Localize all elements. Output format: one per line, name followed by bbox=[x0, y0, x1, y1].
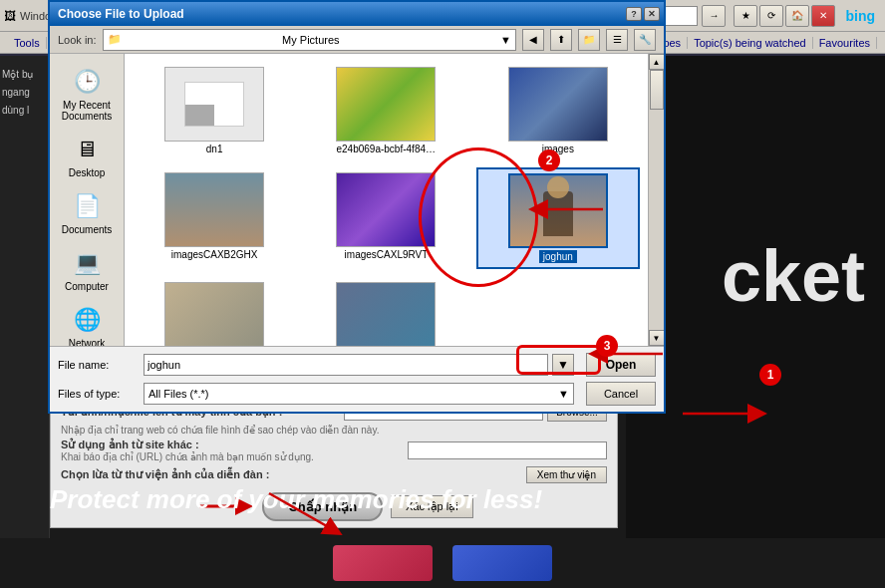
page-text-2: ngang bbox=[2, 84, 47, 102]
favorites-btn[interactable]: ★ bbox=[734, 5, 757, 27]
filename-row: File name: ▼ Open bbox=[58, 353, 656, 377]
filetype-row: Files of type: All Files (*.*) ▼ Cancel bbox=[58, 382, 656, 406]
chevron-down-icon: ▼ bbox=[500, 34, 511, 46]
upload-input-2[interactable] bbox=[408, 441, 607, 459]
sidebar-label-network: Network bbox=[69, 338, 106, 346]
dialog-body: 🕒 My Recent Documents 🖥 Desktop 📄 Docume… bbox=[50, 54, 664, 346]
file-name-dn1: dn1 bbox=[206, 144, 223, 154]
file-thumb-flowers bbox=[336, 67, 436, 142]
filetype-combo[interactable]: All Files (*.*) ▼ bbox=[144, 383, 574, 405]
filename-input[interactable] bbox=[144, 354, 548, 376]
scroll-down-btn[interactable]: ▼ bbox=[649, 330, 665, 346]
sidebar-item-computer[interactable]: 💻 Computer bbox=[53, 243, 121, 296]
dialog-close-btn[interactable]: ✕ bbox=[644, 7, 660, 21]
file-item-flowers[interactable]: e24b069a-bcbf-4f84-8... bbox=[304, 62, 467, 159]
dialog-bottom: File name: ▼ Open Files of type: All Fil… bbox=[50, 346, 664, 412]
scrollbar-track bbox=[649, 70, 665, 330]
annotation-badge-3: 3 bbox=[596, 335, 618, 357]
tools-btn[interactable]: 🔧 bbox=[634, 29, 656, 51]
desktop-icon: 🖥 bbox=[71, 134, 103, 165]
xem-thu-vien-button[interactable]: Xem thư viện bbox=[526, 466, 607, 483]
filetype-value: All Files (*.*) bbox=[148, 388, 209, 400]
file-name-imagesCAXB: imagesCAXB2GHX bbox=[171, 249, 258, 260]
bottom-strip bbox=[0, 538, 885, 588]
home-btn[interactable]: 🏠 bbox=[785, 5, 809, 27]
bottom-img-1 bbox=[333, 545, 433, 581]
titlebar-buttons: ? ✕ bbox=[626, 7, 660, 21]
sidebar-item-desktop[interactable]: 🖥 Desktop bbox=[53, 130, 121, 182]
open-button[interactable]: Open bbox=[586, 353, 656, 377]
documents-icon: 📄 bbox=[71, 190, 103, 222]
tools-menu[interactable]: Tools bbox=[8, 37, 47, 49]
go-button[interactable]: → bbox=[702, 5, 726, 27]
file-thumb-dn1 bbox=[164, 67, 264, 142]
filename-input-area: ▼ bbox=[144, 354, 574, 376]
new-folder-btn[interactable]: 📁 bbox=[578, 29, 600, 51]
sidebar-item-network[interactable]: 🌐 Network bbox=[53, 300, 121, 346]
file-thumb-joghun bbox=[508, 173, 608, 248]
bing-logo: bing bbox=[839, 8, 881, 24]
file-area-container: dn1 e24b069a-bcbf-4f84-8... bbox=[125, 54, 664, 346]
close-ie-btn[interactable]: ✕ bbox=[811, 5, 835, 27]
file-name-joghun: joghun bbox=[539, 250, 577, 263]
bottom-img-2 bbox=[452, 545, 552, 581]
filename-combo-arrow[interactable]: ▼ bbox=[552, 354, 574, 376]
cket-text: cket bbox=[722, 235, 865, 317]
file-area: dn1 e24b069a-bcbf-4f84-8... bbox=[125, 54, 648, 346]
file-thumb-small1 bbox=[164, 282, 264, 346]
promo-text: Protect more of your memories for less! bbox=[50, 484, 747, 515]
file-item-dn1[interactable]: dn1 bbox=[133, 62, 296, 159]
file-upload-dialog: Choose File to Upload ? ✕ Look in: 📁 My … bbox=[48, 0, 666, 414]
left-panel: Một bụ ngang dùng l bbox=[0, 56, 50, 588]
links-bar-link-2[interactable]: Topic(s) being watched bbox=[688, 37, 813, 49]
file-item-joghun[interactable]: joghun bbox=[476, 167, 640, 269]
sidebar-label-computer: Computer bbox=[65, 281, 109, 292]
sidebar-label-desktop: Desktop bbox=[69, 167, 106, 178]
scroll-up-btn[interactable]: ▲ bbox=[649, 54, 665, 70]
file-item-small1[interactable] bbox=[133, 277, 296, 346]
file-item-imagesCAXB[interactable]: imagesCAXB2GHX bbox=[133, 167, 296, 269]
dialog-titlebar: Choose File to Upload ? ✕ bbox=[50, 2, 664, 26]
annotation-badge-2: 2 bbox=[538, 149, 560, 171]
file-thumb-small2 bbox=[336, 282, 436, 346]
page-text-1: Một bụ bbox=[2, 66, 47, 84]
upload-sub-1: Nhập địa chỉ trang web có chứa file hình… bbox=[61, 425, 607, 436]
file-scrollbar: ▲ ▼ bbox=[648, 54, 664, 346]
file-item-images[interactable]: images bbox=[476, 62, 640, 159]
upload-label-3: Chọn lừa từ thư viện ảnh của diễn đàn : bbox=[61, 468, 526, 481]
nav-back-btn[interactable]: ◀ bbox=[522, 29, 544, 51]
dialog-toolbar: Look in: 📁 My Pictures ▼ ◀ ⬆ 📁 ☰ 🔧 bbox=[50, 26, 664, 54]
upload-title-2: Sử dụng ảnh từ site khác : bbox=[61, 439, 408, 451]
network-icon: 🌐 bbox=[71, 304, 103, 336]
filetype-label: Files of type: bbox=[58, 388, 138, 400]
file-name-flowers: e24b069a-bcbf-4f84-8... bbox=[336, 144, 436, 154]
nav-up-btn[interactable]: ⬆ bbox=[550, 29, 572, 51]
look-in-label: Look in: bbox=[58, 34, 97, 46]
file-item-small2[interactable] bbox=[304, 277, 467, 346]
file-thumb-imagesCAXB bbox=[164, 172, 264, 247]
computer-icon: 💻 bbox=[71, 247, 103, 279]
cancel-button[interactable]: Cancel bbox=[586, 382, 656, 406]
upload-row-3: Chọn lừa từ thư viện ảnh của diễn đàn : … bbox=[61, 466, 607, 483]
window-icon: 🖼 bbox=[4, 9, 16, 23]
file-thumb-images bbox=[508, 67, 608, 142]
filename-label: File name: bbox=[58, 359, 138, 371]
file-item-imagesCAXL[interactable]: imagesCAXL9RVT bbox=[304, 167, 467, 269]
sidebar-label-documents: Documents bbox=[62, 224, 113, 235]
folder-icon: 📁 bbox=[108, 33, 122, 46]
dialog-action-buttons: Open bbox=[586, 353, 656, 377]
file-grid: dn1 e24b069a-bcbf-4f84-8... bbox=[125, 54, 648, 346]
annotation-badge-1: 1 bbox=[759, 364, 781, 386]
recent-docs-icon: 🕒 bbox=[71, 66, 103, 98]
dialog-help-btn[interactable]: ? bbox=[626, 7, 642, 21]
scrollbar-thumb[interactable] bbox=[650, 70, 664, 110]
cancel-button-group: Cancel bbox=[586, 382, 656, 406]
filetype-arrow-icon: ▼ bbox=[558, 388, 569, 400]
dialog-sidebar: 🕒 My Recent Documents 🖥 Desktop 📄 Docume… bbox=[50, 54, 125, 346]
links-bar-link-3[interactable]: Favourites bbox=[813, 37, 877, 49]
look-in-combo[interactable]: 📁 My Pictures ▼ bbox=[103, 29, 516, 51]
sidebar-item-documents[interactable]: 📄 Documents bbox=[53, 186, 121, 239]
sidebar-item-recent[interactable]: 🕒 My Recent Documents bbox=[53, 62, 121, 126]
view-btn[interactable]: ☰ bbox=[606, 29, 628, 51]
history-btn[interactable]: ⟳ bbox=[759, 5, 783, 27]
